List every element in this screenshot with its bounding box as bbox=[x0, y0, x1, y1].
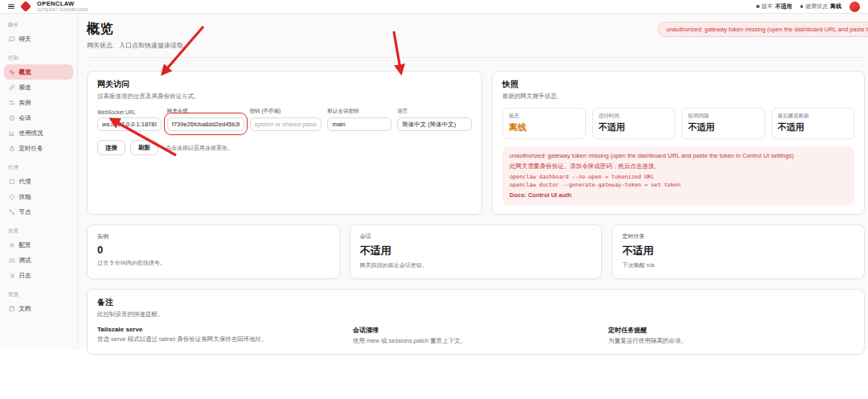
sidebar-item-cron[interactable]: 定时任务 bbox=[4, 141, 73, 156]
sidebar-section-agents[interactable]: 代理 bbox=[4, 161, 73, 174]
sidebar-item-label: 会话 bbox=[19, 114, 31, 122]
cron-stat-card: 定时任务 不适用 下次唤醒 n/a bbox=[612, 224, 865, 279]
docs-link[interactable]: Docs: Control UI auth bbox=[510, 191, 847, 199]
instances-stat-card: 实例 0 过去 5 分钟内的在线信号。 bbox=[87, 224, 340, 279]
node-icon bbox=[9, 209, 15, 216]
main-content: 概览 网关状态、入口点和快速健康读取。 网关访问 仪表板连接的位置及其身份验证方… bbox=[78, 14, 868, 349]
password-input[interactable] bbox=[250, 117, 322, 131]
version-value: 不适用 bbox=[776, 2, 792, 10]
link-icon bbox=[9, 84, 15, 91]
sidebar-item-label: 日志 bbox=[19, 272, 31, 280]
sessions-stat-card: 会话 不适用 网关跟踪的最近会话密钥。 bbox=[350, 224, 603, 279]
sidebar-item-label: 使用情况 bbox=[19, 130, 43, 138]
sidebar-item-label: 调试 bbox=[19, 257, 31, 265]
auth-error-panel: unauthorized: gateway token missing (ope… bbox=[502, 146, 854, 205]
sidebar-section-chat[interactable]: 聊天 bbox=[4, 19, 73, 31]
chevron-down-icon bbox=[65, 229, 69, 233]
brand-name: OPENCLAW bbox=[37, 1, 88, 7]
sidebar-section-settings[interactable]: 设置 bbox=[4, 224, 73, 237]
gateway-access-card: 网关访问 仪表板连接的位置及其身份验证方式。 WebSocket URL 网关令… bbox=[87, 71, 482, 215]
gear-icon bbox=[9, 242, 15, 249]
version-dot-icon bbox=[756, 5, 760, 8]
gateway-token-input[interactable] bbox=[167, 117, 244, 131]
error-help-text: 此网关需要身份验证。添加令牌或密码，然后点击连接。 bbox=[510, 162, 847, 171]
brand: OPENCLAW GATEWAY DASHBOARD bbox=[37, 1, 88, 12]
notes-title: 备注 bbox=[97, 297, 854, 308]
diamond-icon bbox=[9, 194, 15, 200]
sidebar-item-label: 实例 bbox=[19, 99, 31, 107]
unauthorized-toast: unauthorized: gateway token missing (ope… bbox=[657, 22, 868, 37]
version-label: 版本 bbox=[762, 2, 773, 10]
websocket-url-input[interactable] bbox=[97, 117, 162, 131]
version-status: 版本 不适用 bbox=[756, 2, 792, 10]
health-dot-icon bbox=[800, 5, 804, 8]
sessions-stat-value: 不适用 bbox=[360, 244, 592, 258]
chart-icon bbox=[9, 130, 15, 137]
sidebar-item-config[interactable]: 配置 bbox=[4, 237, 73, 253]
last-refresh-tile-value: 不适用 bbox=[778, 121, 849, 134]
status-tile-label: 状态 bbox=[509, 113, 579, 120]
sidebar: 聊天 聊天 控制 概览 频道 实例 bbox=[0, 14, 78, 349]
gateway-access-subtitle: 仪表板连接的位置及其身份验证方式。 bbox=[97, 93, 472, 101]
sidebar-item-agents[interactable]: 代理 bbox=[4, 174, 73, 189]
clock-icon bbox=[9, 115, 15, 121]
sidebar-item-sessions[interactable]: 会话 bbox=[4, 110, 73, 125]
sidebar-item-docs[interactable]: 文档 bbox=[4, 301, 73, 316]
language-select[interactable]: 简体中文 (简体中文) bbox=[397, 117, 472, 131]
token-annotation-ring: 网关令牌 bbox=[167, 108, 244, 131]
websocket-url-label: WebSocket URL bbox=[97, 109, 162, 115]
poll-interval-tile-value: 不适用 bbox=[688, 121, 759, 134]
gateway-token-label: 网关令牌 bbox=[167, 108, 244, 115]
sidebar-item-usage[interactable]: 使用情况 bbox=[4, 125, 73, 141]
health-value: 离线 bbox=[830, 2, 841, 10]
sidebar-item-chat[interactable]: 聊天 bbox=[4, 31, 73, 47]
uptime-tile-label: 运行时间 bbox=[599, 113, 669, 120]
refresh-button[interactable]: 刷新 bbox=[130, 140, 158, 155]
sidebar-item-debug[interactable]: 调试 bbox=[4, 253, 73, 268]
status-tile: 状态 离线 bbox=[502, 108, 586, 139]
sidebar-item-label: 频道 bbox=[19, 84, 31, 92]
sidebar-item-channels[interactable]: 频道 bbox=[4, 80, 73, 95]
sidebar-item-label: 文档 bbox=[19, 305, 31, 313]
avatar[interactable] bbox=[850, 2, 860, 12]
session-key-label: 默认会话密钥 bbox=[327, 108, 391, 115]
timer-icon bbox=[9, 146, 15, 152]
menu-icon[interactable] bbox=[8, 4, 14, 10]
sidebar-item-instances[interactable]: 实例 bbox=[4, 95, 73, 110]
note-tailscale-caption: 首选 serve 模式以通过 tailnet 身份验证将网关保持在回环地址。 bbox=[97, 335, 343, 343]
sidebar-item-logs[interactable]: 日志 bbox=[4, 268, 73, 283]
chevron-down-icon bbox=[65, 23, 69, 27]
page-subtitle: 网关状态、入口点和快速健康读取。 bbox=[87, 41, 865, 50]
session-key-input[interactable] bbox=[327, 117, 391, 131]
section-label: 聊天 bbox=[8, 22, 18, 29]
top-bar: OPENCLAW GATEWAY DASHBOARD 版本 不适用 健康状况 离… bbox=[0, 0, 868, 14]
connect-hint: 点击连接以应用连接更改。 bbox=[166, 144, 233, 152]
chevron-down-icon bbox=[65, 293, 69, 297]
sessions-stat-label: 会话 bbox=[360, 232, 592, 241]
instances-stat-label: 实例 bbox=[97, 232, 330, 241]
openclaw-logo-icon bbox=[20, 1, 31, 12]
error-message: unauthorized: gateway token missing (ope… bbox=[510, 152, 847, 159]
sidebar-section-control[interactable]: 控制 bbox=[4, 51, 73, 64]
error-command-1: openclaw dashboard --no-open → tokenized… bbox=[510, 174, 847, 180]
sidebar-item-skills[interactable]: 技能 bbox=[4, 189, 73, 204]
note-session-cleanup: 会话清理 使用 /new 或 sessions.patch 重置上下文。 bbox=[353, 326, 599, 345]
sidebar-section-resources[interactable]: 资源 bbox=[4, 288, 73, 301]
sidebar-item-label: 节点 bbox=[19, 208, 31, 216]
notes-subtitle: 此控制设置的快速提醒。 bbox=[97, 311, 854, 319]
instances-stat-caption: 过去 5 分钟内的在线信号。 bbox=[97, 259, 330, 267]
status-tile-value: 离线 bbox=[509, 121, 579, 134]
connect-button[interactable]: 连接 bbox=[97, 140, 125, 155]
sidebar-item-nodes[interactable]: 节点 bbox=[4, 204, 73, 220]
app-window: OPENCLAW GATEWAY DASHBOARD 版本 不适用 健康状况 离… bbox=[0, 0, 868, 349]
sidebar-item-overview[interactable]: 概览 bbox=[4, 64, 73, 80]
cron-stat-caption: 下次唤醒 n/a bbox=[622, 261, 854, 269]
note-session-cleanup-title: 会话清理 bbox=[353, 326, 599, 335]
uptime-tile-value: 不适用 bbox=[599, 121, 669, 134]
snapshot-subtitle: 最新的网关握手状态。 bbox=[502, 93, 854, 101]
box-icon bbox=[9, 179, 15, 185]
health-status: 健康状况 离线 bbox=[800, 2, 842, 10]
cron-stat-value: 不适用 bbox=[622, 244, 854, 258]
instances-stat-value: 0 bbox=[97, 244, 330, 256]
snapshot-card: 快照 最新的网关握手状态。 状态 离线 运行时间 不适用 轮询间隔 不适用 bbox=[492, 71, 865, 215]
